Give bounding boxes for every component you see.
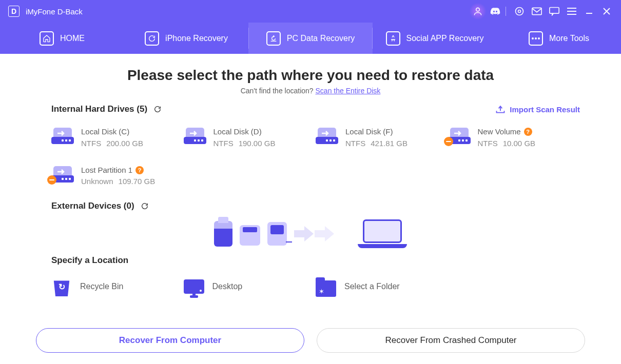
drive-item[interactable]: Local Disk (C)NTFS200.00 GB <box>51 127 184 148</box>
tab-home[interactable]: HOME <box>0 23 124 54</box>
disk-icon <box>316 128 338 144</box>
drive-meta: NTFS10.00 GB <box>478 139 536 148</box>
drive-item[interactable]: Lost Partition 1?Unknown109.70 GB <box>51 165 184 186</box>
svg-point-5 <box>532 37 534 39</box>
close-button[interactable] <box>599 4 614 18</box>
svg-point-6 <box>535 37 537 39</box>
arrow-icon <box>294 226 351 241</box>
recycle-bin-icon <box>51 277 72 296</box>
svg-rect-3 <box>532 8 541 14</box>
drive-item[interactable]: Local Disk (F)NTFS421.81 GB <box>316 127 448 148</box>
main-tabs: HOME iPhone Recovery PC Data Recovery So… <box>0 23 621 54</box>
titlebar: D iMyFone D-Back <box>0 0 621 23</box>
import-icon <box>495 105 506 114</box>
tab-label: PC Data Recovery <box>287 34 355 43</box>
drive-name: Lost Partition 1? <box>81 165 155 175</box>
tab-label: More Tools <box>549 34 589 43</box>
location-select-folder[interactable]: ✶ Select a Folder <box>316 277 448 296</box>
tab-iphone-recovery[interactable]: iPhone Recovery <box>124 23 248 54</box>
drive-name: Local Disk (C) <box>81 127 143 137</box>
warning-badge-icon <box>444 137 453 146</box>
location-label: Select a Folder <box>344 282 400 291</box>
page-title: Please select the path where you need to… <box>41 67 580 84</box>
tab-more-tools[interactable]: More Tools <box>497 23 621 54</box>
drive-info: New Volume?NTFS10.00 GB <box>478 127 536 148</box>
page-subtitle: Can't find the location? Scan the Entire… <box>41 87 580 95</box>
location-label: Recycle Bin <box>80 282 123 291</box>
account-icon[interactable] <box>471 4 485 18</box>
home-icon <box>40 31 54 46</box>
scan-entire-disk-link[interactable]: Scan the Entire Disk <box>316 87 381 95</box>
tab-label: iPhone Recovery <box>165 34 228 43</box>
disk-icon <box>51 128 74 144</box>
location-desktop[interactable]: Desktop <box>184 277 316 296</box>
specify-location-title: Specify a Location <box>51 255 128 266</box>
recover-from-crashed-computer-button[interactable]: Recover From Crashed Computer <box>317 328 585 353</box>
disk-icon <box>448 128 471 144</box>
subtitle-text: Can't find the location? <box>241 87 316 95</box>
external-hdd-icon <box>267 222 287 246</box>
bottom-button-row: Recover From Computer Recover From Crash… <box>36 328 585 353</box>
internal-drives-header: Internal Hard Drives (5) Import Scan Res… <box>41 104 580 114</box>
sd-card-icon <box>240 225 260 246</box>
external-devices-title: External Devices (0) <box>51 201 134 211</box>
folder-icon: ✶ <box>316 280 336 297</box>
location-label: Desktop <box>212 282 243 291</box>
more-icon <box>529 31 543 46</box>
refresh-external-button[interactable] <box>140 201 150 211</box>
disk-icon <box>51 166 74 183</box>
header: D iMyFone D-Back <box>0 0 621 54</box>
drive-name: New Volume? <box>478 127 536 137</box>
desktop-icon <box>184 279 204 294</box>
minimize-button[interactable] <box>582 4 596 18</box>
import-scan-result-link[interactable]: Import Scan Result <box>495 105 580 114</box>
tab-label: Social APP Recovery <box>406 34 484 43</box>
main-content: Please select the path where you need to… <box>0 54 621 296</box>
drive-meta: NTFS421.81 GB <box>345 139 407 148</box>
drive-name: Local Disk (D) <box>214 127 276 137</box>
feedback-icon[interactable] <box>547 4 561 18</box>
specify-location-header: Specify a Location <box>41 255 580 266</box>
help-badge-icon[interactable]: ? <box>135 166 144 174</box>
tab-pc-data-recovery[interactable]: PC Data Recovery <box>248 23 373 54</box>
drive-meta: NTFS200.00 GB <box>81 139 143 148</box>
mail-icon[interactable] <box>530 4 544 18</box>
help-badge-icon[interactable]: ? <box>524 128 532 136</box>
drive-item[interactable]: New Volume?NTFS10.00 GB <box>448 127 580 148</box>
svg-point-0 <box>476 8 480 11</box>
app-title: iMyFone D-Back <box>26 7 83 16</box>
svg-point-1 <box>516 8 523 15</box>
disk-icon <box>184 128 206 144</box>
app-logo: D <box>8 6 20 17</box>
menu-icon[interactable] <box>565 4 579 18</box>
specify-location-row: Recycle Bin Desktop ✶ Select a Folder <box>41 277 580 296</box>
external-devices-illustration <box>41 219 580 248</box>
internal-drives-title: Internal Hard Drives (5) <box>51 104 147 114</box>
external-devices-header: External Devices (0) <box>41 201 580 211</box>
internal-drives-grid: Local Disk (C)NTFS200.00 GBLocal Disk (D… <box>41 127 580 186</box>
usb-icon <box>214 221 232 247</box>
warning-badge-icon <box>47 175 56 185</box>
app-store-icon <box>386 31 400 46</box>
recover-from-computer-button[interactable]: Recover From Computer <box>36 328 304 353</box>
drive-name: Local Disk (F) <box>345 127 407 137</box>
drive-info: Lost Partition 1?Unknown109.70 GB <box>81 165 155 186</box>
drive-info: Local Disk (D)NTFS190.00 GB <box>214 127 276 148</box>
drive-meta: NTFS190.00 GB <box>214 139 276 148</box>
import-label: Import Scan Result <box>510 105 580 114</box>
tab-label: HOME <box>60 34 85 43</box>
refresh-drives-button[interactable] <box>152 104 163 114</box>
location-recycle-bin[interactable]: Recycle Bin <box>51 277 184 296</box>
drive-meta: Unknown109.70 GB <box>81 177 155 186</box>
svg-point-7 <box>538 37 540 39</box>
svg-rect-4 <box>550 8 559 14</box>
drive-info: Local Disk (F)NTFS421.81 GB <box>345 127 407 148</box>
monitor-restore-icon <box>266 31 281 46</box>
settings-icon[interactable] <box>512 4 527 18</box>
discord-icon[interactable] <box>488 4 502 18</box>
tab-social-app-recovery[interactable]: Social APP Recovery <box>373 23 497 54</box>
drive-info: Local Disk (C)NTFS200.00 GB <box>81 127 143 148</box>
drive-item[interactable]: Local Disk (D)NTFS190.00 GB <box>184 127 316 148</box>
laptop-icon <box>358 219 407 248</box>
svg-point-2 <box>518 10 521 13</box>
